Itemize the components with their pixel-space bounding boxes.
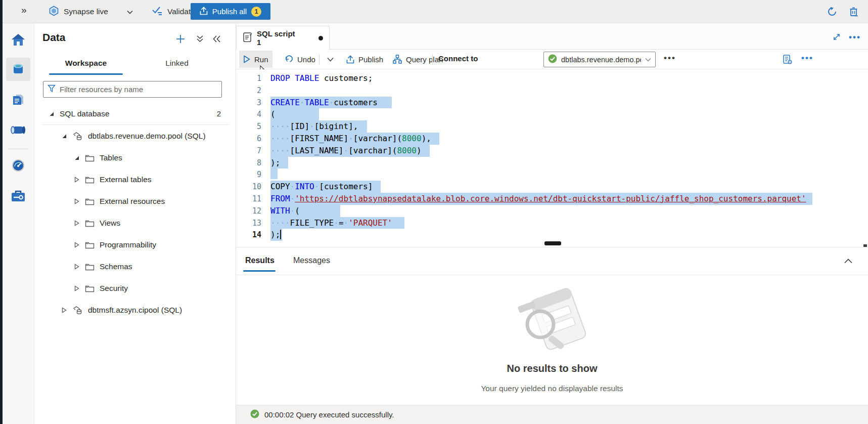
tree-item-label: dbtlabs.revenue.demo.pool (SQL)	[88, 132, 206, 141]
connected-check-icon	[548, 54, 557, 65]
tab-sql-script[interactable]: SQL script 1	[236, 26, 330, 50]
nav-manage[interactable]	[6, 184, 30, 207]
line-content: COPY·INTO·[customers]	[270, 182, 381, 191]
toolbar-more-button[interactable]: •••	[801, 53, 813, 63]
run-button[interactable]: Run	[239, 51, 272, 68]
code-line[interactable]: 12WITH·(	[236, 205, 868, 217]
code-line[interactable]: 10COPY·INTO·[customers]	[236, 181, 868, 193]
pool-select-dropdown[interactable]: dbtlabs.revenue.demo.pool	[543, 52, 656, 67]
collapse-panel-icon[interactable]	[210, 32, 223, 46]
expanded-caret-icon[interactable]	[61, 133, 67, 139]
code-line[interactable]: 4(	[236, 108, 868, 120]
tree-item-dbtmsft-azsyn-cipool-sql[interactable]: dbtmsft.azsyn.cipool (SQL)	[34, 299, 236, 321]
tree-item-views[interactable]: Views	[34, 212, 236, 234]
main-area: SQL script 1 ••• Run Undo	[236, 23, 868, 424]
selection-highlight	[270, 168, 278, 179]
rail-divider	[8, 149, 29, 149]
expanded-caret-icon[interactable]	[48, 111, 55, 117]
undo-button[interactable]: Undo	[281, 51, 319, 68]
properties-button[interactable]	[778, 51, 797, 68]
tree-item-label: SQL database	[60, 109, 110, 118]
publish-button[interactable]: Publish	[342, 51, 387, 68]
code-line[interactable]: 9	[236, 168, 868, 181]
tab-linked[interactable]: Linked	[152, 54, 202, 73]
mode-selector[interactable]: Synapse live	[49, 0, 133, 23]
tab-strip-more-button[interactable]: •••	[849, 32, 861, 43]
line-content: ····[FIRST_NAME]·[varchar](8000),	[270, 134, 439, 143]
tree-item-label: External resources	[100, 197, 165, 206]
tree-item-schemas[interactable]: Schemas	[34, 256, 236, 277]
sqlpool-icon	[72, 131, 83, 141]
tree-item-tables[interactable]: Tables	[34, 147, 236, 168]
pool-name: dbtlabs.revenue.demo.pool	[561, 56, 641, 64]
code-line[interactable]: 6····[FIRST_NAME]·[varchar](8000),	[236, 133, 868, 145]
collapsed-caret-icon[interactable]	[73, 177, 80, 183]
line-number: 9	[236, 169, 261, 181]
nav-home[interactable]	[6, 28, 30, 52]
tree-item-security[interactable]: Security	[34, 277, 236, 299]
tree-item-external-tables[interactable]: External tables	[34, 168, 236, 190]
code-line[interactable]: 14);	[236, 229, 868, 241]
line-content: );	[270, 230, 282, 239]
collapsed-caret-icon[interactable]	[73, 198, 80, 204]
selection-highlight: ····FILE_TYPE·=·'PARQUET'	[270, 217, 404, 229]
collapsed-caret-icon[interactable]	[61, 307, 67, 313]
discard-trash-button[interactable]	[847, 5, 860, 18]
line-content: FROM·'https://dbtlabsynapsedatalake.blob…	[270, 194, 812, 203]
tree-item-programmability[interactable]: Programmability	[34, 234, 236, 256]
collapsed-caret-icon[interactable]	[73, 285, 80, 291]
tree-item-dbtlabs-revenue-demo-pool-sql[interactable]: dbtlabs.revenue.demo.pool (SQL)	[34, 125, 236, 147]
code-line[interactable]: 11FROM·'https://dbtlabsynapsedatalake.bl…	[236, 193, 868, 205]
run-options-chevron[interactable]	[323, 51, 338, 68]
tab-workspace[interactable]: Workspace	[49, 54, 123, 73]
undo-icon	[285, 55, 293, 63]
tree-item-sql-database[interactable]: SQL database2	[34, 103, 236, 124]
code-editor[interactable]: 1DROP TABLE customers;23CREATE·TABLE·cus…	[236, 69, 868, 247]
line-number: 10	[236, 181, 261, 193]
toolbar-divider	[319, 54, 319, 65]
filter-input[interactable]	[60, 85, 217, 94]
code-line[interactable]: 1DROP TABLE customers;	[236, 72, 868, 84]
publish-all-button[interactable]: Publish all 1	[191, 3, 270, 20]
collapse-results-icon[interactable]	[842, 255, 855, 268]
code-line[interactable]: 2	[236, 84, 868, 97]
code-line[interactable]: 13····FILE_TYPE·=·'PARQUET'	[236, 217, 868, 229]
selection-highlight: ····[FIRST_NAME]·[varchar](8000),	[270, 133, 439, 145]
nav-integrate[interactable]	[6, 118, 30, 142]
mode-label: Synapse live	[64, 7, 108, 16]
collapsed-caret-icon[interactable]	[73, 220, 80, 226]
database-icon	[11, 62, 25, 76]
tree-item-external-resources[interactable]: External resources	[34, 190, 236, 212]
folder-icon	[85, 154, 95, 162]
line-number: 6	[236, 133, 261, 145]
success-check-icon	[250, 409, 259, 420]
folder-icon	[85, 176, 95, 184]
expand-editor-icon[interactable]	[830, 30, 843, 44]
tree-item-label: Security	[100, 284, 128, 293]
add-resource-button[interactable]	[174, 32, 187, 46]
nav-monitor[interactable]	[6, 154, 30, 177]
nav-data[interactable]	[6, 58, 30, 81]
expand-menu-icon[interactable]: »	[21, 5, 26, 16]
collapsed-caret-icon[interactable]	[73, 242, 80, 248]
panel-resize-handle[interactable]	[544, 241, 561, 245]
code-line[interactable]: 7····[LAST_NAME]·[varchar](8000)	[236, 145, 868, 157]
nav-develop[interactable]	[6, 88, 30, 111]
refresh-button[interactable]	[826, 5, 839, 18]
code-line[interactable]: 5····[ID]·[bigint],	[236, 120, 868, 133]
expand-all-icon[interactable]	[193, 32, 206, 46]
collapsed-caret-icon[interactable]	[73, 264, 80, 270]
selection-highlight: COPY·INTO·[customers]	[270, 181, 381, 193]
document-icon	[11, 93, 25, 107]
code-line[interactable]: 3CREATE·TABLE·customers	[236, 97, 868, 109]
sqlpool-icon	[72, 305, 83, 315]
code-line[interactable]: 8);	[236, 157, 868, 169]
expanded-caret-icon[interactable]	[73, 155, 80, 161]
run-label: Run	[254, 55, 268, 64]
folder-icon	[85, 197, 95, 205]
tab-results[interactable]: Results	[245, 252, 275, 269]
tab-messages[interactable]: Messages	[293, 252, 330, 269]
tree-item-label: Views	[100, 219, 120, 228]
connect-more-button[interactable]: •••	[664, 53, 676, 63]
script-icon	[243, 32, 252, 44]
